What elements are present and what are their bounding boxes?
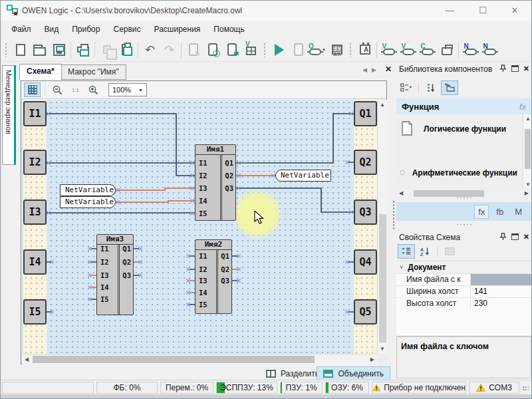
float-window-icon[interactable] [511, 233, 519, 240]
add-constant-button[interactable]: C [418, 40, 437, 60]
canvas-vertical-scrollbar[interactable]: ▲ ▼ [377, 100, 387, 354]
add-input-variable-button[interactable]: V [379, 40, 398, 60]
schema-canvas[interactable]: I1I2I3I4I5Q1Q2Q3Q4Q5Имя1I1I2I3I4I5Q1Q2Q3… [22, 100, 377, 354]
tab-macros[interactable]: M [511, 205, 526, 219]
pin-icon[interactable] [499, 65, 507, 72]
resize-grip-icon[interactable] [522, 386, 529, 391]
wire[interactable] [47, 114, 195, 176]
categorized-view-button[interactable] [398, 244, 415, 259]
property-row[interactable]: Имя файла с к [396, 274, 531, 286]
library-section-header[interactable]: Функция fx [396, 98, 531, 114]
library-sort-button[interactable] [422, 80, 440, 95]
save-button[interactable] [49, 40, 68, 60]
add-net-output-button[interactable]: N [480, 40, 499, 60]
variable-table-button[interactable]: V [241, 40, 261, 60]
add-output-variable-button[interactable]: V [398, 40, 418, 60]
zoom-level-select[interactable]: 100%▼ [108, 83, 147, 96]
zoom-out-button[interactable] [49, 82, 66, 97]
property-category-row[interactable]: ˅ Документ [396, 261, 531, 274]
panel-splitter[interactable] [390, 62, 396, 380]
menu-service[interactable]: Сервис [106, 22, 147, 37]
library-vertical-scrollbar[interactable]: ▲ ▼ [523, 114, 531, 189]
float-window-icon[interactable] [511, 65, 519, 72]
menu-file[interactable]: Файл [5, 22, 38, 37]
toolbar-grip[interactable] [263, 43, 267, 57]
grid-toggle-button[interactable] [24, 82, 41, 97]
alphabetical-sort-button[interactable]: AZ [416, 244, 434, 259]
property-value[interactable]: 141 [471, 286, 531, 297]
property-row[interactable]: Высота холст 230 [396, 298, 531, 310]
library-item-logic[interactable]: Логические функции [400, 120, 517, 138]
scroll-down-icon[interactable]: ▼ [525, 182, 531, 188]
scroll-up-icon[interactable]: ▲ [525, 116, 531, 122]
conversion-table-button[interactable]: 1234 [327, 40, 346, 60]
property-row[interactable]: Ширина холст 141 [396, 286, 531, 298]
wire[interactable] [236, 114, 354, 163]
scroll-right-icon[interactable]: ▶ [525, 190, 529, 196]
property-pages-button[interactable] [441, 244, 458, 259]
run-simulation-button[interactable] [269, 40, 289, 60]
add-output-block-button[interactable]: Q▼ [308, 40, 327, 60]
tab-scroll-right-icon[interactable]: ▶ [372, 66, 376, 73]
device-io-button[interactable] [437, 40, 456, 60]
device-settings-button[interactable]: ✱ [222, 40, 241, 60]
copy-button[interactable] [97, 40, 116, 60]
add-net-input-button[interactable]: N [461, 40, 480, 60]
vertical-scroll-thumb[interactable] [379, 214, 386, 342]
maximize-button[interactable]: ☐ [471, 3, 494, 19]
horizontal-scroll-thumb[interactable] [33, 356, 315, 363]
undo-button[interactable]: ↶ [140, 40, 160, 60]
tab-scroll-left-icon[interactable]: ◀ [362, 66, 367, 73]
scroll-right-icon[interactable]: ▶ [370, 356, 374, 362]
menu-view[interactable]: Вид [38, 22, 66, 37]
scroll-down-icon[interactable]: ▼ [380, 346, 385, 352]
merge-view-button[interactable]: Объединить [317, 366, 390, 381]
write-to-device-button[interactable]: ✎ [184, 40, 203, 60]
tab-fx[interactable]: fx [474, 205, 489, 219]
tab-fb[interactable]: fb [492, 205, 507, 219]
zoom-actual-button[interactable]: 1:1 [67, 82, 84, 97]
menu-device[interactable]: Прибор [65, 22, 106, 37]
scroll-left-icon[interactable]: ◀ [25, 356, 29, 362]
property-value[interactable]: 230 [471, 298, 531, 309]
open-file-button[interactable] [30, 40, 49, 60]
redo-button[interactable]: ↷ [160, 40, 179, 60]
toolbar-grip[interactable] [5, 43, 8, 57]
tab-macro[interactable]: Макрос "Имя" [61, 65, 126, 80]
splitter-handle-icon[interactable] [456, 223, 473, 226]
splitter-handle-icon[interactable] [456, 197, 473, 200]
zoom-in-button[interactable] [85, 82, 102, 97]
minimize-button[interactable]: — [438, 3, 461, 19]
library-folders-button[interactable] [441, 80, 458, 95]
wire[interactable] [116, 188, 195, 190]
display-editor-button[interactable]: A [355, 40, 374, 60]
pin-icon[interactable] [499, 233, 507, 241]
scroll-up-icon[interactable]: ▲ [380, 102, 385, 108]
splitter-handle-icon[interactable] [392, 200, 395, 231]
device-info-button[interactable]: i [203, 40, 222, 60]
vertical-scroll-thumb[interactable] [525, 129, 531, 169]
tab-schema[interactable]: Схема* [19, 64, 62, 80]
toolbar-grip[interactable] [349, 43, 352, 57]
wire[interactable] [116, 201, 195, 202]
close-panel-icon[interactable]: ✕ [523, 65, 529, 72]
grid-icon [28, 85, 37, 94]
print-button[interactable] [73, 40, 92, 60]
horizontal-scroll-thumb[interactable] [414, 190, 484, 197]
close-panel-icon[interactable]: ✕ [523, 233, 529, 241]
upload-from-device-button[interactable]: → [289, 40, 308, 60]
library-item-arithmetic[interactable]: Арифметические функции [400, 164, 517, 182]
property-value[interactable] [471, 274, 531, 285]
close-button[interactable]: ✕ [503, 3, 526, 19]
screen-manager-tab[interactable]: Менеджер экранов [2, 65, 16, 165]
menu-help[interactable]: Помощь [207, 22, 251, 37]
paste-button[interactable] [116, 40, 136, 60]
menu-extensions[interactable]: Расширения [148, 22, 207, 37]
new-file-button[interactable] [11, 40, 30, 60]
canvas-horizontal-scrollbar[interactable]: ◀ ▶ [22, 354, 377, 364]
wire[interactable] [236, 188, 354, 212]
status-device-connection: Прибор не подключен [372, 382, 466, 394]
library-view-mode-button[interactable] [398, 80, 415, 95]
split-view-button[interactable]: Разделить [259, 366, 326, 381]
scroll-left-icon[interactable]: ◀ [399, 190, 403, 196]
